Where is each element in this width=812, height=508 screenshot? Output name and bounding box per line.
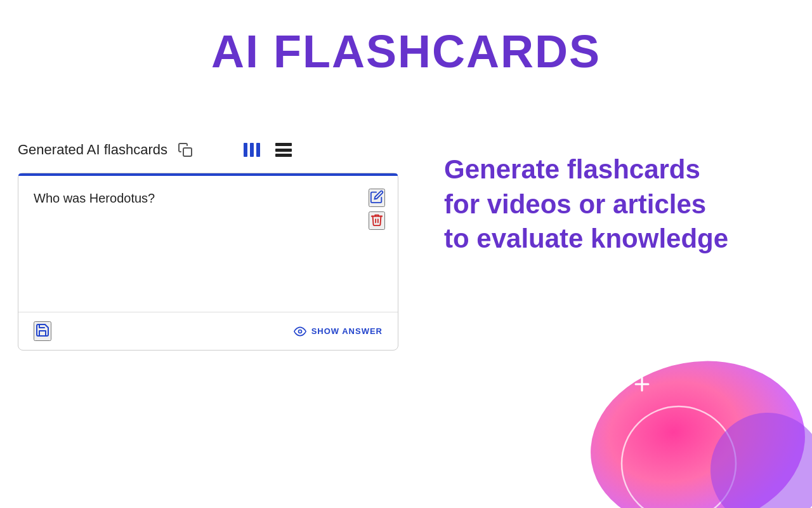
- left-panel: Generated AI flashcards: [18, 140, 424, 351]
- copy-button[interactable]: [175, 140, 195, 160]
- section-label-row: Generated AI flashcards: [18, 140, 424, 160]
- grid-view-icon: [244, 143, 260, 157]
- flashcard: Who was Herodotus?: [18, 173, 398, 351]
- list-view-icon: [275, 143, 292, 157]
- grid-view-button[interactable]: [241, 140, 263, 159]
- show-answer-button[interactable]: SHOW ANSWER: [294, 325, 383, 338]
- svg-rect-6: [275, 154, 292, 157]
- flashcard-footer: SHOW ANSWER: [18, 312, 398, 350]
- right-panel: Generate flashcards for videos or articl…: [419, 127, 812, 257]
- view-controls: [241, 140, 294, 159]
- eye-icon: [294, 325, 306, 338]
- copy-icon: [178, 142, 193, 157]
- edit-icon: [370, 190, 384, 204]
- save-icon: [35, 323, 50, 338]
- right-text-line1: Generate flashcards: [444, 154, 700, 184]
- decorative-blob: [571, 343, 812, 508]
- page-title: AI FLASHCARDS: [0, 25, 812, 77]
- save-button[interactable]: [34, 321, 51, 341]
- svg-rect-0: [183, 148, 192, 156]
- flashcard-question: Who was Herodotus?: [34, 191, 155, 205]
- blob-svg: [571, 343, 812, 508]
- show-answer-label: SHOW ANSWER: [311, 326, 383, 336]
- svg-point-7: [298, 330, 301, 333]
- svg-rect-5: [275, 149, 292, 152]
- svg-rect-4: [275, 143, 292, 146]
- right-text-line2: for videos or articles: [444, 189, 706, 219]
- delete-icon: [370, 213, 384, 227]
- right-text-line3: to evaluate knowledge: [444, 224, 728, 253]
- page-header: AI FLASHCARDS: [0, 0, 812, 97]
- right-panel-text: Generate flashcards for videos or articl…: [419, 127, 812, 257]
- edit-button[interactable]: [369, 189, 385, 207]
- flashcard-body: Who was Herodotus?: [18, 176, 398, 312]
- delete-button[interactable]: [369, 211, 385, 230]
- svg-rect-1: [244, 143, 247, 157]
- svg-rect-2: [250, 143, 254, 157]
- section-label: Generated AI flashcards: [18, 142, 167, 158]
- list-view-button[interactable]: [273, 140, 294, 159]
- svg-rect-3: [256, 143, 260, 157]
